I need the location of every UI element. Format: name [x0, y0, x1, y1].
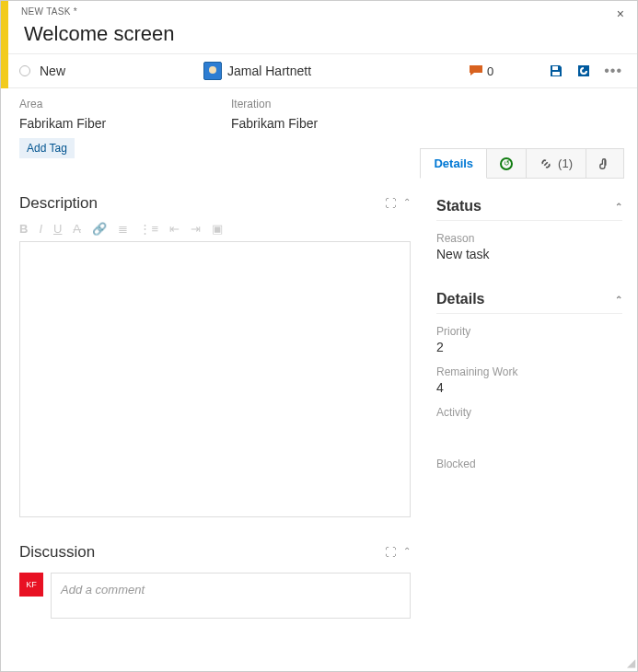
reason-label: Reason [436, 232, 622, 245]
refresh-icon[interactable] [576, 64, 591, 78]
link-icon [539, 157, 552, 170]
remaining-work-label: Remaining Work [436, 365, 622, 378]
tab-links[interactable]: (1) [527, 148, 586, 179]
state-label: New [40, 64, 65, 78]
avatar-icon [203, 62, 222, 80]
chevron-up-icon[interactable]: ⌃ [615, 202, 622, 212]
clear-format-icon[interactable]: A̶ [73, 222, 81, 236]
svg-rect-0 [552, 66, 558, 70]
tab-history[interactable]: ↺ [487, 148, 527, 179]
chevron-up-icon[interactable]: ⌃ [403, 197, 411, 210]
state-dot-icon [19, 65, 30, 76]
area-value[interactable]: Fabrikam Fiber [19, 116, 231, 131]
activity-value[interactable] [436, 421, 622, 435]
outdent-icon[interactable]: ⇤ [169, 222, 180, 236]
work-item-color-stripe [1, 1, 8, 88]
image-icon[interactable]: ▣ [212, 222, 223, 236]
svg-rect-1 [552, 72, 560, 75]
tab-links-count: (1) [558, 156, 573, 170]
user-avatar: KF [19, 573, 43, 597]
activity-label: Activity [436, 406, 622, 419]
tab-attachments[interactable] [586, 148, 624, 179]
comment-placeholder: Add a comment [61, 583, 145, 597]
area-label: Area [19, 98, 231, 110]
discussion-heading: Discussion [19, 543, 95, 562]
status-heading: Status [436, 198, 481, 214]
page-title[interactable]: Welcome screen [19, 22, 626, 46]
details-heading: Details [436, 291, 484, 307]
iteration-value[interactable]: Fabrikam Fiber [231, 116, 443, 131]
chevron-up-icon[interactable]: ⌃ [403, 546, 411, 559]
tab-details-label: Details [434, 156, 473, 170]
bullet-list-icon[interactable]: ≣ [118, 222, 128, 236]
attachment-icon [599, 157, 610, 170]
close-button[interactable]: × [617, 6, 624, 21]
assignee-name: Jamal Hartnett [227, 64, 311, 78]
link-tool-icon[interactable]: 🔗 [92, 222, 107, 236]
chevron-up-icon[interactable]: ⌃ [615, 295, 622, 305]
maximize-icon[interactable]: ⛶ [385, 197, 396, 210]
history-icon: ↺ [500, 157, 513, 170]
more-actions-button[interactable]: ••• [604, 63, 622, 79]
comments-count: 0 [487, 64, 493, 78]
blocked-label: Blocked [436, 458, 622, 470]
comment-input[interactable]: Add a comment [51, 573, 411, 619]
comments-indicator[interactable]: 0 [469, 64, 493, 78]
underline-icon[interactable]: U [53, 222, 62, 236]
tab-details[interactable]: Details [420, 148, 487, 179]
description-heading: Description [19, 194, 98, 213]
editor-toolbar: B I U A̶ 🔗 ≣ ⋮≡ ⇤ ⇥ ▣ [19, 218, 411, 241]
maximize-icon[interactable]: ⛶ [385, 546, 396, 559]
remaining-work-value[interactable]: 4 [436, 380, 622, 395]
description-editor[interactable] [19, 241, 411, 517]
comment-icon [469, 64, 483, 78]
reason-value[interactable]: New task [436, 247, 622, 261]
assignee-selector[interactable]: Jamal Hartnett [203, 62, 469, 80]
indent-icon[interactable]: ⇥ [191, 222, 201, 236]
priority-value[interactable]: 2 [436, 340, 622, 354]
save-icon[interactable] [549, 64, 563, 78]
priority-label: Priority [436, 325, 622, 338]
resize-handle[interactable]: ◢ [627, 656, 635, 669]
bold-icon[interactable]: B [19, 222, 28, 236]
number-list-icon[interactable]: ⋮≡ [139, 222, 158, 236]
iteration-label: Iteration [231, 98, 443, 110]
add-tag-button[interactable]: Add Tag [19, 138, 75, 158]
state-selector[interactable]: New [19, 64, 203, 78]
breadcrumb: NEW TASK * [19, 6, 626, 17]
italic-icon[interactable]: I [39, 222, 42, 236]
